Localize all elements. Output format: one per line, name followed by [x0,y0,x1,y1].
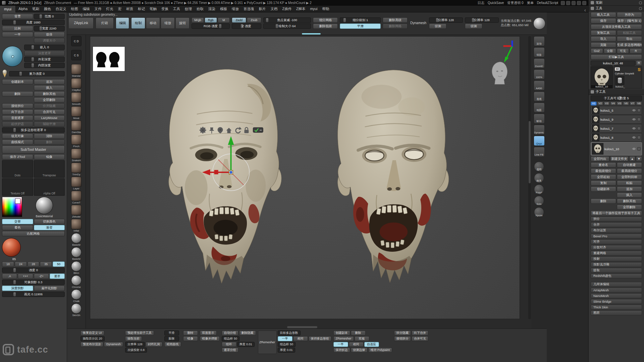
button[interactable]: 删除 [591,198,616,204]
menu-item[interactable]: 渲染 [206,6,218,12]
bottom-button[interactable]: 维持 Polypaint [368,348,392,353]
brush-item[interactable]: Pinch [69,134,84,148]
shelf-aa-half-toggle[interactable]: AA50 [534,80,545,90]
active-tool-thumbnail[interactable]: kulou1_10 [591,66,613,88]
bottom-button[interactable]: 抽取百分比 20 [80,336,105,341]
shelf-dynamic-toggle[interactable]: Dynamic [534,125,545,135]
titlebar-item[interactable]: 菜单 [527,1,534,5]
sculpt-mode-button[interactable]: Zadd [232,17,246,23]
button[interactable]: 全部 [604,48,616,54]
button[interactable]: 保存：(编号加 1) [617,18,642,23]
button[interactable]: SubTool Master [2,145,65,154]
button[interactable]: 从项目文件载入工具 [591,24,642,29]
menu-item[interactable]: 笔刷 [30,6,42,12]
brush-thumb[interactable] [71,205,82,215]
menu-item[interactable]: 文档 [268,6,280,12]
lightbox-button[interactable]: 灯箱 [96,17,114,29]
pin-icon[interactable] [639,7,642,10]
button[interactable]: 最低级细分 [591,168,616,174]
subpalette-header[interactable]: 图层 [591,310,642,315]
menu-item[interactable]: 影片 [257,6,268,12]
alpha-thumbnail[interactable] [93,47,125,71]
bottom-button[interactable]: 厚度 0.01 [237,342,255,347]
button[interactable]: 切换颜色 [34,219,65,224]
shelf-perspective-toggle[interactable]: 透视 [534,92,545,102]
canvas-vertical-scrollbar[interactable] [528,36,531,319]
nav-mode-button[interactable]: 缩放 [161,17,175,29]
detect-button[interactable]: 侦测 [429,23,446,29]
zapplink-button[interactable]: ZAppLink [68,17,94,29]
button[interactable]: 全部删除 [34,97,65,103]
nav-mode-button[interactable]: 绘制 [131,17,145,29]
slider[interactable]: 外彩深度 [24,57,65,62]
slider[interactable]: 高度 1680 [2,20,65,25]
button[interactable]: 保存 [591,18,616,23]
subtool-visibility-tab[interactable]: V6 [623,102,629,106]
brush-item[interactable]: DamSta [69,120,84,134]
subpalette-header[interactable]: 合并 [591,222,642,227]
draw-size-preset[interactable]: 18 [2,261,14,267]
bottom-button[interactable]: 保持折边 [333,348,350,353]
smooth-button[interactable]: 平滑 [340,23,381,29]
paint-icon[interactable] [637,136,641,139]
zbrush-logo-sphere[interactable] [533,17,545,29]
menu-item[interactable]: 纹理 [182,6,194,12]
gradient-sphere-widget[interactable] [2,46,23,67]
button[interactable]: 深度遮罩 [24,51,65,56]
button[interactable]: 镜像 [34,154,65,160]
bottom-button[interactable]: 相同 [293,336,308,341]
move-down-button[interactable]: ▼ [636,156,642,162]
brush-palette-header[interactable]: 笔刷 [589,0,644,6]
subpalette-header[interactable]: Redshift虚包 [591,274,642,279]
subpalette-header[interactable]: 拆分 [591,217,642,222]
button[interactable]: 合并可见 [34,109,65,115]
button[interactable]: 交替 [2,219,33,224]
bottom-button[interactable]: 一半 [278,336,292,341]
slider[interactable]: 对象阴影 0.3 [2,280,65,285]
paint-icon[interactable] [637,127,641,130]
bottom-button[interactable]: 抽取当前 [125,336,142,341]
cylinder-thumbnail[interactable] [615,76,624,85]
bottom-button[interactable]: 双板 [355,336,369,341]
bottom-button[interactable]: 删除 [351,330,366,336]
subtool-visible-count-slider[interactable]: 子工具可见数量 5 [591,96,642,101]
subtool-visibility-tab[interactable]: V7 [630,102,636,106]
canvas-horizontal-scrollbar[interactable] [287,326,317,328]
button[interactable]: LazyMouse [34,115,65,121]
new-folder-button[interactable]: 新建文件夹 [610,156,629,162]
preview-thumb[interactable]: Dots [2,160,33,178]
eye-icon[interactable] [632,136,636,139]
button[interactable]: 辅助平滑 [34,121,65,127]
shelf-zoom-toggle[interactable]: 缩放 [534,47,545,57]
slider[interactable]: 范围 0 [34,14,65,19]
paint-mode-button[interactable]: Mrgb [192,17,204,23]
button[interactable]: 最高级细分 [617,168,642,174]
brush-thumb[interactable] [71,120,82,131]
shelf-zoomd-toggle[interactable]: ZoomD [534,58,545,68]
button[interactable]: 另存为 [617,12,642,17]
sculpt-mode-button[interactable]: Zsub [247,17,261,23]
material-thumb[interactable] [71,303,82,314]
brush-thumb[interactable] [71,177,82,187]
subtool-row[interactable]: kulou1_7 [591,124,642,133]
brush-item[interactable]: CurveT [69,191,84,204]
subtool-row[interactable]: kulou1_10 [591,142,642,156]
brush-thumb[interactable] [71,78,82,88]
brush-thumb[interactable] [71,148,82,159]
bottom-button[interactable]: 创建副本 [333,330,350,336]
subtool-visibility-tab[interactable]: V4 [610,102,616,106]
subpalette-header[interactable]: 分散对齐 [591,245,642,250]
brush-item[interactable]: C S [69,50,84,63]
button[interactable]: 全部删除 [617,204,642,210]
bottom-button[interactable]: 相同 [349,342,364,347]
button[interactable]: 复制 [591,180,616,186]
menu-item[interactable]: 材质 [124,6,136,12]
move-up-button[interactable]: ▲ [629,156,635,162]
menu-item[interactable]: 模板 [218,6,229,12]
subpalette-header[interactable]: NanoMesh [591,293,642,298]
button[interactable]: 创建副本 [591,186,616,192]
menu-item[interactable]: 文件 [92,6,104,12]
button[interactable]: 粘贴工具 [617,30,642,36]
bottom-button[interactable]: 预处理当前子工具 [125,330,154,336]
subpalette-header[interactable]: 几何体编辑 [591,282,642,287]
